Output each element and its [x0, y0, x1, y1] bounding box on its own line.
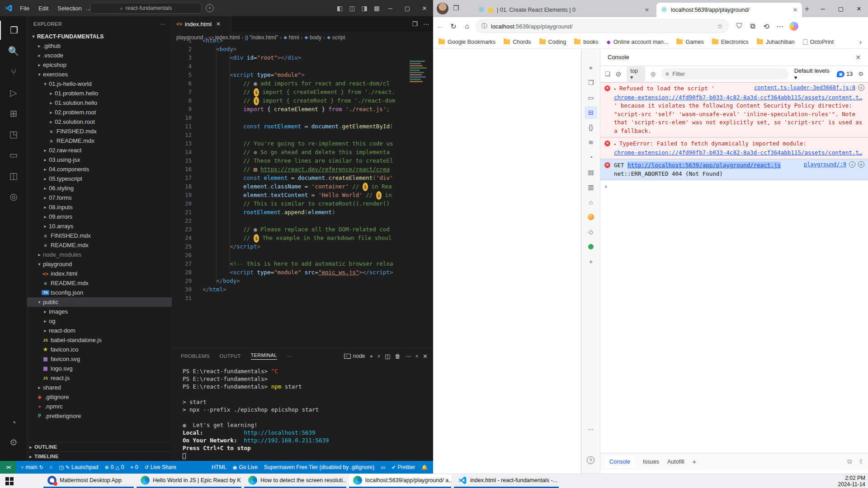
bookmark-books[interactable]: books: [574, 39, 598, 45]
network-icon[interactable]: ≋: [585, 136, 597, 149]
bookmark-octoprint[interactable]: OctoPrint: [803, 39, 834, 45]
bookmark-coding[interactable]: Coding: [539, 39, 566, 45]
layout-toggle-icons[interactable]: ◧◫◨▦: [337, 0, 380, 16]
panel-tab-[interactable]: ⋯: [287, 353, 292, 359]
search-icon[interactable]: 🔍: [0, 42, 27, 61]
console-tool-icon[interactable]: ⊟: [585, 106, 597, 119]
tree-item-07-forms[interactable]: ▸07.forms: [27, 193, 172, 202]
explorer-icon[interactable]: ❐: [0, 21, 27, 40]
tree-item--vscode[interactable]: ▸.vscode: [27, 51, 172, 60]
menu-edit[interactable]: Edit: [35, 3, 52, 14]
tree-item-finished-mdx[interactable]: ≡FINISHED.mdx: [27, 127, 172, 136]
tree-item-react-dom[interactable]: ▸react-dom: [27, 326, 172, 335]
source-link[interactable]: playground/:9: [804, 161, 846, 168]
drawer-tab-console[interactable]: Console: [605, 456, 635, 467]
menu-file[interactable]: File: [16, 3, 33, 14]
workspaces-icon[interactable]: ❐: [453, 4, 459, 12]
tree-item-06-styling[interactable]: ▸06.styling: [27, 183, 172, 193]
site-info-icon[interactable]: ⓘ: [481, 22, 487, 30]
application-icon[interactable]: ▥: [585, 181, 597, 193]
ports-item[interactable]: ⌖0: [131, 464, 138, 470]
notifications-bell-item[interactable]: 🔔: [421, 465, 428, 470]
address-bar[interactable]: ⓘ localhost:5639/app/playground/ ☆: [476, 19, 729, 33]
testing-icon[interactable]: ◳: [0, 125, 27, 144]
tree-item-09-errors[interactable]: ▸09.errors: [27, 212, 172, 221]
browser-window-controls[interactable]: ─▢✕: [814, 0, 868, 17]
start-button[interactable]: [5, 477, 14, 485]
tree-item-node-modules[interactable]: ▸node_modules: [27, 250, 172, 259]
tab-index-html[interactable]: <> index.html ✕: [172, 16, 231, 32]
taskbar-button-1[interactable]: Mattermost Desktop App: [43, 474, 134, 488]
timeline-section[interactable]: ▸TIMELINE: [27, 451, 172, 461]
taskbar-button-4[interactable]: localhost:5639/app/playground/ a...: [349, 474, 451, 488]
outline-section[interactable]: ▸OUTLINE: [27, 442, 172, 451]
supermaven-item[interactable]: Supermaven Free Tier (disabled by .gitig…: [264, 464, 374, 470]
taskbar-button-3[interactable]: How to detect the screen resoluti...: [244, 474, 346, 488]
inspect-icon[interactable]: ⌖: [585, 61, 597, 74]
tree-item-02-raw-react[interactable]: ▸02.raw-react: [27, 145, 172, 155]
panel-tab-output[interactable]: OUTPUT: [220, 353, 241, 359]
tree-item-finished-mdx[interactable]: ≡FINISHED.mdx: [27, 231, 172, 240]
browser-tab-2[interactable]: localhost:5639/app/playground/✕: [656, 3, 802, 17]
nav-history-arrows[interactable]: ←→: [71, 0, 91, 16]
tree-item-04-components[interactable]: ▸04.components: [27, 164, 172, 174]
browser-echo-icon[interactable]: [585, 211, 597, 223]
tree-item--gitignore[interactable]: ◆.gitignore: [27, 392, 172, 402]
tree-item-readme-mdx[interactable]: ≡README.mdx: [27, 136, 172, 145]
page-content-blank[interactable]: [433, 49, 581, 474]
drawer-tab-issues[interactable]: Issues: [643, 459, 659, 465]
tab-close-icon[interactable]: ✕: [645, 7, 649, 13]
console-prompt-chevron[interactable]: ›: [605, 183, 614, 190]
tree-item-og[interactable]: ▸og: [27, 316, 172, 326]
language-mode-item[interactable]: HTML: [212, 464, 226, 470]
more-tools-overflow-icon[interactable]: ⋯: [585, 423, 597, 436]
console-insights-icon[interactable]: ▣: [837, 71, 844, 77]
explorer-more-icon[interactable]: ⋯: [160, 21, 165, 27]
sources-icon[interactable]: {}: [585, 121, 597, 134]
tree-item-logo-svg[interactable]: ▦logo.svg: [27, 364, 172, 373]
source-link[interactable]: content.ts-loader-3ed3668f.js:8: [754, 84, 855, 91]
prettier-item[interactable]: ✔Prettier: [392, 464, 415, 470]
tree-item-favicon-ico[interactable]: ★favicon.ico: [27, 345, 172, 354]
device-toolbar-icon[interactable]: ❒: [585, 76, 597, 89]
add-drawer-tab-icon[interactable]: +: [693, 458, 697, 465]
launchpad-item[interactable]: ◳✎Launchpad: [59, 464, 98, 470]
bookmark-online-account-man-[interactable]: ◆Online account man...: [607, 39, 669, 45]
screencast-item[interactable]: ▭: [381, 465, 385, 470]
code-area[interactable]: 1<html>2 <body>3 <div id="root"></div>45…: [172, 36, 433, 348]
tree-item-exercises[interactable]: ▾exercises: [27, 70, 172, 79]
log-levels-selector[interactable]: Default levels ▾: [794, 67, 832, 81]
tree-item--prettierignore[interactable]: P.prettierignore: [27, 411, 172, 421]
extension-badge-icon[interactable]: ⊜: [858, 161, 864, 168]
home-icon[interactable]: ⌂: [460, 22, 474, 30]
tree-item--github[interactable]: ▸.github: [27, 41, 172, 51]
tab-close-icon[interactable]: ✕: [216, 21, 221, 27]
settings-more-icon[interactable]: ⋯: [773, 22, 787, 31]
favorite-star-icon[interactable]: ☆: [717, 22, 723, 30]
run-debug-icon[interactable]: ▷: [0, 83, 27, 102]
remote-explorer-icon[interactable]: ▭: [0, 145, 27, 164]
console-message-1[interactable]: ✕▸ Refused to load the script 'chrome-ex…: [600, 82, 868, 137]
tree-item-index-html[interactable]: <>index.html: [27, 269, 172, 278]
tree-item-public[interactable]: ▾public: [27, 297, 172, 307]
bookmark-chords[interactable]: Chords: [504, 39, 531, 45]
back-icon[interactable]: ←: [433, 22, 447, 30]
tree-item-babel-standalone-js[interactable]: JSbabel-standalone.js: [27, 335, 172, 345]
minimap[interactable]: [410, 61, 429, 89]
export-icon[interactable]: ⇪: [858, 458, 863, 465]
tree-item-readme-mdx[interactable]: ≡README.mdx: [27, 278, 172, 288]
bookmarks-overflow-icon[interactable]: ›: [859, 38, 868, 46]
tree-item-02-problem-root[interactable]: ▸02.problem.root: [27, 108, 172, 117]
tree-item-10-arrays[interactable]: ▸10.arrays: [27, 221, 172, 231]
bookmark-juhachiban[interactable]: Juhachiban: [757, 39, 795, 45]
console-message-3[interactable]: ✕GET http://localhost:5639/app/playgroun…: [600, 159, 868, 180]
terminal-output[interactable]: PS E:\react-fundamentals> ^CPS E:\react-…: [183, 367, 431, 460]
profile-avatar[interactable]: [437, 3, 448, 14]
tree-item-epicshop[interactable]: ▸epicshop: [27, 60, 172, 70]
clear-console-icon[interactable]: ⊘: [616, 70, 622, 78]
tree-item-react-js[interactable]: JSreact.js: [27, 373, 172, 383]
taskbar-button-5[interactable]: index.html - react-fundamentals -...: [454, 474, 559, 488]
more-tools-icon[interactable]: +: [585, 255, 597, 268]
panel-tab-problems[interactable]: PROBLEMS: [181, 353, 210, 359]
editor-actions[interactable]: ❐⋯: [412, 16, 429, 32]
